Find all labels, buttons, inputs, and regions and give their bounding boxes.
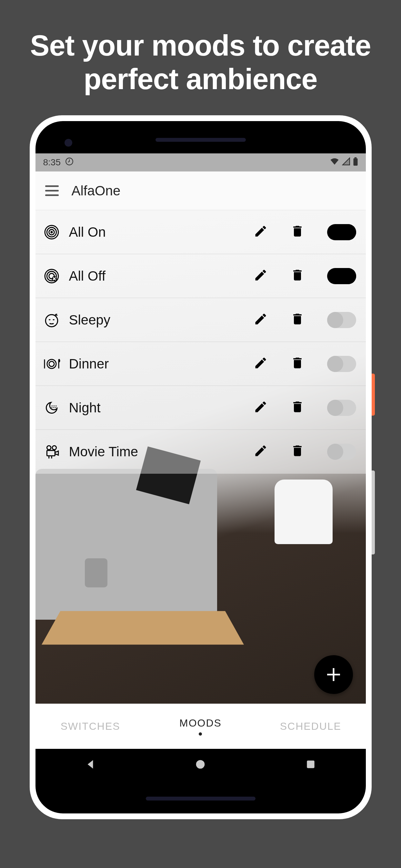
- app-bar: AlfaOne: [35, 172, 366, 210]
- mood-row-all-off[interactable]: All Off: [35, 254, 366, 298]
- status-sync-icon: [65, 157, 73, 168]
- svg-point-15: [47, 445, 51, 450]
- signal-icon: [342, 157, 350, 168]
- svg-rect-1: [353, 158, 358, 166]
- mood-label: Night: [69, 400, 239, 415]
- mood-label: All Off: [69, 268, 239, 284]
- svg-rect-19: [307, 761, 314, 768]
- plus-icon: [324, 665, 343, 684]
- svg-point-6: [51, 231, 52, 232]
- edit-icon[interactable]: [254, 312, 270, 328]
- mood-label: Sleepy: [69, 312, 239, 328]
- edit-icon[interactable]: [254, 224, 270, 240]
- mood-toggle[interactable]: [327, 268, 356, 284]
- tab-label: SCHEDULE: [280, 720, 341, 733]
- moon-zzz-icon: zzz: [42, 398, 61, 417]
- mood-row-sleepy[interactable]: Sleepy: [35, 298, 366, 342]
- mood-toggle[interactable]: [327, 312, 356, 328]
- delete-icon[interactable]: [290, 400, 306, 416]
- tab-schedule[interactable]: SCHEDULE: [256, 704, 366, 749]
- svg-point-13: [49, 361, 54, 367]
- phone-frame: 8:35: [30, 115, 372, 819]
- mood-label: Dinner: [69, 356, 239, 372]
- mood-row-movie-time[interactable]: Movie Time: [35, 430, 366, 474]
- wifi-icon: [330, 157, 339, 168]
- android-nav-bar: [35, 749, 366, 781]
- svg-point-12: [47, 360, 56, 368]
- mood-row-all-on[interactable]: All On: [35, 210, 366, 254]
- phone-camera: [65, 139, 72, 147]
- app-title: AlfaOne: [72, 183, 121, 198]
- svg-rect-17: [47, 451, 55, 456]
- nav-back-icon[interactable]: [84, 758, 97, 772]
- dinner-plate-icon: [42, 354, 61, 374]
- status-time: 8:35: [43, 157, 61, 167]
- mood-toggle[interactable]: [327, 444, 356, 460]
- tab-active-indicator: [199, 733, 202, 736]
- movie-camera-icon: [42, 442, 61, 461]
- mood-label: All On: [69, 224, 239, 240]
- mood-row-night[interactable]: zzz Night: [35, 386, 366, 430]
- battery-icon: [353, 157, 358, 168]
- svg-point-18: [196, 760, 205, 769]
- menu-icon[interactable]: [45, 185, 59, 196]
- fingerprint-icon: [42, 222, 61, 242]
- bottom-tabs: SWITCHES MOODS SCHEDULE: [35, 704, 366, 749]
- delete-icon[interactable]: [290, 356, 306, 372]
- delete-icon[interactable]: [290, 268, 306, 284]
- phone-power-button: [372, 374, 375, 415]
- edit-icon[interactable]: [254, 444, 270, 460]
- mood-label: Movie Time: [69, 444, 239, 460]
- mood-list: All On All Off: [35, 210, 366, 474]
- nav-home-icon[interactable]: [194, 758, 207, 772]
- tab-label: MOODS: [179, 717, 222, 729]
- phone-volume-button: [372, 470, 375, 554]
- mood-toggle[interactable]: [327, 400, 356, 416]
- svg-text:zzz: zzz: [51, 404, 57, 409]
- phone-speaker: [156, 138, 246, 142]
- svg-rect-2: [354, 157, 357, 158]
- edit-icon[interactable]: [254, 356, 270, 372]
- mood-row-dinner[interactable]: Dinner: [35, 342, 366, 386]
- tab-moods[interactable]: MOODS: [145, 704, 256, 749]
- delete-icon[interactable]: [290, 224, 306, 240]
- svg-point-16: [52, 445, 57, 450]
- status-bar: 8:35: [35, 153, 366, 172]
- mood-toggle[interactable]: [327, 356, 356, 372]
- edit-icon[interactable]: [254, 400, 270, 416]
- app-screen: 8:35: [35, 153, 366, 781]
- tab-label: SWITCHES: [61, 720, 120, 733]
- tab-switches[interactable]: SWITCHES: [35, 704, 145, 749]
- fingerprint-off-icon: [42, 267, 61, 286]
- sleepy-face-icon: [42, 310, 61, 330]
- mood-toggle[interactable]: [327, 224, 356, 240]
- delete-icon[interactable]: [290, 312, 306, 328]
- content-area: All On All Off: [35, 210, 366, 749]
- svg-point-11: [45, 314, 58, 327]
- edit-icon[interactable]: [254, 268, 270, 284]
- add-mood-fab[interactable]: [314, 655, 353, 694]
- delete-icon[interactable]: [290, 444, 306, 460]
- promo-headline: Set your moods to create perfect ambienc…: [0, 29, 401, 96]
- nav-recent-icon[interactable]: [304, 758, 317, 772]
- phone-bottom-bar: [146, 797, 256, 801]
